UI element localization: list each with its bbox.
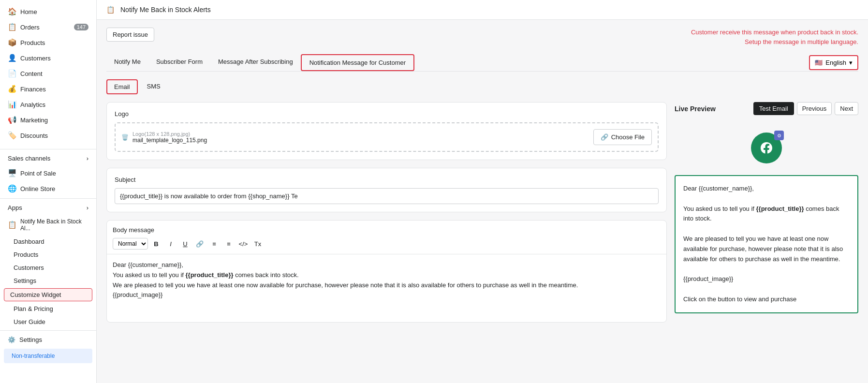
home-icon: 🏠 [8, 7, 16, 16]
chevron-down-icon: ▾ [849, 59, 853, 66]
report-issue-button[interactable]: Report issue [106, 28, 154, 42]
sidebar-item-settings[interactable]: ⚙️ Settings [0, 333, 96, 347]
clear-format-button[interactable]: Tx [251, 237, 264, 250]
products-icon: 📦 [8, 38, 16, 47]
flag-icon: 🇺🇸 [815, 59, 823, 66]
logo-card: Logo 🗑️ Logo(128 x 128,png,jpg) mail_tem… [106, 102, 667, 160]
alert-text: Customer receive this message when produ… [691, 28, 858, 46]
chevron-right-icon-apps: › [87, 204, 88, 211]
sales-channels-collapsible[interactable]: Sales channels › [0, 151, 96, 165]
finances-icon: 💰 [8, 85, 16, 93]
analytics-icon: 📊 [8, 100, 16, 109]
topbar-icon: 📋 [106, 6, 115, 14]
sidebar-item-finances[interactable]: 💰 Finances [0, 81, 96, 97]
previous-button[interactable]: Previous [797, 102, 832, 115]
report-issue-bar: Report issue Customer receive this messa… [106, 28, 858, 46]
test-email-button[interactable]: Test Email [753, 102, 794, 115]
sidebar-sub-products[interactable]: Products [0, 248, 96, 261]
sub-tabs: Email SMS [106, 79, 858, 94]
trash-icon[interactable]: 🗑️ [121, 134, 129, 141]
main-tabs: Notify Me Subscriber Form Message After … [106, 54, 414, 71]
code-button[interactable]: </> [237, 237, 250, 250]
italic-button[interactable]: I [164, 237, 177, 250]
sub-tab-email[interactable]: Email [106, 79, 138, 94]
body-toolbar: Normal B I U 🔗 ≡ ≡ </> Tx [107, 234, 666, 254]
tab-message-after-subscribing[interactable]: Message After Subscribing [210, 54, 301, 72]
discounts-icon: 🏷️ [8, 131, 16, 140]
sidebar-item-discounts[interactable]: 🏷️ Discounts [0, 128, 96, 143]
next-button[interactable]: Next [835, 102, 858, 115]
sidebar-item-online-store[interactable]: 🌐 Online Store [0, 181, 96, 196]
sidebar-sub-customers[interactable]: Customers [0, 261, 96, 274]
unordered-list-button[interactable]: ≡ [222, 237, 235, 250]
sidebar-sub-user-guide[interactable]: User Guide [0, 315, 96, 328]
format-select[interactable]: Normal [113, 238, 148, 250]
orders-icon: 📋 [8, 23, 16, 31]
bold-button[interactable]: B [150, 237, 162, 250]
right-column: Live Preview Test Email Previous Next ⚙ [675, 102, 858, 323]
orders-badge: 147 [74, 24, 88, 30]
main-tabs-bar: Notify Me Subscriber Form Message After … [106, 54, 858, 72]
apps-collapsible[interactable]: Apps › [0, 201, 96, 215]
sidebar-item-products[interactable]: 📦 Products [0, 35, 96, 50]
link-button[interactable]: 🔗 [193, 237, 206, 250]
settings-icon: ⚙️ [8, 336, 15, 343]
language-selector[interactable]: 🇺🇸 English ▾ [809, 55, 858, 70]
sidebar-item-customers[interactable]: 👤 Customers [0, 50, 96, 66]
logo-upload-area: 🗑️ Logo(128 x 128,png,jpg) mail_template… [115, 122, 659, 152]
underline-button[interactable]: U [179, 237, 191, 250]
main-content: 📋 Notify Me Back in Stock Alerts Report … [97, 0, 868, 383]
tab-notify-me[interactable]: Notify Me [106, 54, 148, 72]
paperclip-icon: 🔗 [601, 133, 608, 141]
app-icon: 📋 [8, 221, 16, 229]
store-icon: 🌐 [8, 184, 16, 193]
subject-label: Subject [115, 176, 659, 183]
logo-size-hint: Logo(128 x 128,png,jpg) [132, 131, 207, 137]
sidebar-item-orders[interactable]: 📋 Orders 147 [0, 19, 96, 35]
preview-textbox: Dear {{customer_name}}, You asked us to … [675, 175, 858, 313]
preview-logo-area: ⚙ [675, 121, 858, 175]
left-column: Logo 🗑️ Logo(128 x 128,png,jpg) mail_tem… [106, 102, 667, 323]
sidebar-item-analytics[interactable]: 📊 Analytics [0, 97, 96, 112]
choose-file-button[interactable]: 🔗 Choose File [593, 129, 652, 145]
body-card: Body message Normal B I U 🔗 ≡ ≡ </> Tx [106, 220, 667, 323]
ordered-list-button[interactable]: ≡ [208, 237, 221, 250]
logo-badge-icon: ⚙ [774, 131, 784, 140]
body-label: Body message [107, 221, 666, 234]
sidebar-sub-customize-widget[interactable]: Customize Widget [4, 288, 92, 301]
sidebar-item-marketing[interactable]: 📢 Marketing [0, 112, 96, 128]
preview-actions: Test Email Previous Next [753, 102, 858, 115]
customers-icon: 👤 [8, 54, 16, 62]
logo-filename: mail_template_logo_115.png [132, 137, 207, 144]
sidebar-sub-plan-pricing[interactable]: Plan & Pricing [0, 302, 96, 315]
sidebar-sub-dashboard[interactable]: Dashboard [0, 235, 96, 248]
content-icon: 📄 [8, 69, 16, 78]
logo-label: Logo [115, 110, 659, 118]
marketing-icon: 📢 [8, 116, 16, 124]
chevron-right-icon: › [87, 155, 88, 162]
page-title: Notify Me Back in Stock Alerts [120, 6, 211, 14]
sidebar-item-notify-me-app[interactable]: 📋 Notify Me Back in Stock Al... [0, 215, 96, 235]
topbar: 📋 Notify Me Back in Stock Alerts [97, 0, 868, 20]
tab-subscriber-form[interactable]: Subscriber Form [148, 54, 210, 72]
body-content[interactable]: Dear {{customer_name}}, You asked us to … [107, 254, 666, 322]
preview-logo-icon: ⚙ [751, 133, 782, 163]
subject-card: Subject [106, 168, 667, 212]
pos-icon: 🖥️ [8, 169, 16, 177]
tab-notification-message[interactable]: Notification Message for Customer [301, 54, 414, 71]
sub-tab-sms[interactable]: SMS [140, 79, 168, 94]
content-area: Report issue Customer receive this messa… [97, 20, 868, 383]
preview-title: Live Preview [675, 105, 716, 113]
sidebar-item-home[interactable]: 🏠 Home [0, 4, 96, 19]
logo-info: 🗑️ Logo(128 x 128,png,jpg) mail_template… [121, 131, 207, 144]
sidebar-item-point-of-sale[interactable]: 🖥️ Point of Sale [0, 165, 96, 181]
two-column-layout: Logo 🗑️ Logo(128 x 128,png,jpg) mail_tem… [106, 102, 858, 323]
sidebar-item-content[interactable]: 📄 Content [0, 66, 96, 81]
preview-header: Live Preview Test Email Previous Next [675, 102, 858, 115]
sidebar-sub-settings[interactable]: Settings [0, 274, 96, 287]
non-transferable-label: Non-transferable [4, 349, 92, 363]
sidebar: 🏠 Home 📋 Orders 147 📦 Products 👤 Custome… [0, 0, 97, 383]
subject-input[interactable] [115, 188, 659, 204]
